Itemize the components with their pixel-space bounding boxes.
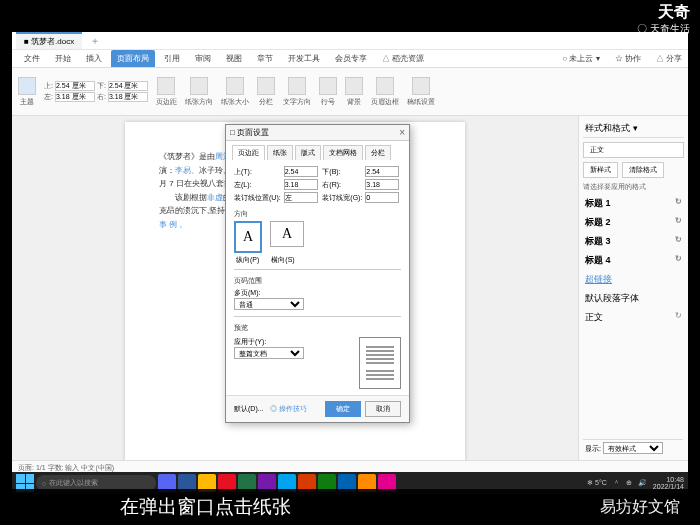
style-hyperlink[interactable]: 超链接 [583, 270, 684, 289]
tab-page-layout[interactable]: 页面布局 [111, 50, 155, 67]
dlg-margin-top[interactable] [284, 166, 318, 177]
theme-icon [18, 77, 36, 95]
orientation-icon [190, 77, 208, 95]
dlg-tab-grid[interactable]: 文档网格 [323, 145, 363, 160]
collab-button[interactable]: ☆ 协作 [609, 50, 647, 67]
style-heading2[interactable]: 标题 2↻ [583, 213, 684, 232]
style-section-label: 请选择要应用的格式 [583, 182, 684, 192]
style-default-font[interactable]: 默认段落字体 [583, 289, 684, 308]
new-tab-button[interactable]: ＋ [84, 32, 106, 50]
margin-right-input[interactable] [108, 92, 148, 102]
orientation-landscape[interactable]: A [270, 221, 304, 247]
body-style-preview[interactable]: 正文 [583, 142, 684, 158]
text-direction-icon [288, 77, 306, 95]
columns-button[interactable]: 分栏 [257, 77, 275, 107]
network-icon[interactable]: ⊕ [626, 479, 632, 487]
volume-icon[interactable]: 🔊 [638, 479, 647, 487]
tab-chapter[interactable]: 章节 [251, 50, 279, 67]
dlg-gutter-width[interactable] [365, 192, 399, 203]
page-border-icon [376, 77, 394, 95]
refresh-icon[interactable]: ↻ [675, 235, 682, 248]
dlg-margin-bottom[interactable] [365, 166, 399, 177]
dialog-titlebar[interactable]: □ 页面设置 × [226, 125, 409, 141]
video-caption: 在弹出窗口点击纸张 易坊好文馆 [0, 489, 700, 525]
tab-home[interactable]: 开始 [49, 50, 77, 67]
background-icon [345, 77, 363, 95]
show-filter-select[interactable]: 有效样式 [603, 442, 663, 454]
weather-widget[interactable]: ❄ 5°C [587, 479, 607, 487]
manuscript-button[interactable]: 稿纸设置 [407, 77, 435, 107]
refresh-icon[interactable]: ↻ [675, 311, 682, 324]
caption-brand: 易坊好文馆 [600, 497, 680, 518]
paper-size-button[interactable]: 纸张大小 [221, 77, 249, 107]
margins-icon [157, 77, 175, 95]
tips-link[interactable]: ◎ 操作技巧 [270, 404, 307, 414]
manuscript-icon [412, 77, 430, 95]
style-heading4[interactable]: 标题 4↻ [583, 251, 684, 270]
dlg-tab-margins[interactable]: 页边距 [232, 145, 265, 160]
clock-time[interactable]: 10:48 [653, 476, 684, 483]
margin-top-input[interactable] [55, 81, 95, 91]
dlg-tab-columns[interactable]: 分栏 [365, 145, 391, 160]
columns-icon [257, 77, 275, 95]
refresh-icon[interactable]: ↻ [675, 254, 682, 267]
document-tab[interactable]: ■ 筑梦者.docx [16, 32, 82, 49]
system-tray[interactable]: ❄ 5°C ＾ ⊕ 🔊 10:48 2022/1/14 [587, 476, 684, 490]
tab-references[interactable]: 引用 [158, 50, 186, 67]
preview-label: 预览 [234, 323, 401, 333]
dialog-title: □ 页面设置 [230, 127, 269, 138]
apply-to-select[interactable]: 整篇文档 [234, 347, 304, 359]
watermark-main: 天奇 [658, 2, 690, 23]
multipage-select[interactable]: 普通 [234, 298, 304, 310]
show-label: 显示: [585, 445, 601, 452]
ribbon-toolbar: 主题 上:下: 左:右: 页边距 纸张方向 纸张大小 分栏 文字方向 行号 背景… [12, 68, 688, 116]
tab-file[interactable]: 文件 [18, 50, 46, 67]
tab-view[interactable]: 视图 [220, 50, 248, 67]
dlg-margin-right[interactable] [365, 179, 399, 190]
page-setup-dialog: □ 页面设置 × 页边距 纸张 版式 文档网格 分栏 上(T): 下(B): 左… [225, 124, 410, 423]
tab-insert[interactable]: 插入 [80, 50, 108, 67]
tray-chevron-icon[interactable]: ＾ [613, 478, 620, 488]
tab-review[interactable]: 审阅 [189, 50, 217, 67]
dialog-footer: 默认(D)... ◎ 操作技巧 确定 取消 [226, 395, 409, 422]
ribbon-tabs: 文件 开始 插入 页面布局 引用 审阅 视图 章节 开发工具 会员专享 △ 稻壳… [12, 50, 688, 68]
style-body[interactable]: 正文↻ [583, 308, 684, 327]
dlg-margin-left[interactable] [284, 179, 318, 190]
orientation-portrait[interactable]: A [234, 221, 262, 253]
dlg-tab-layout[interactable]: 版式 [295, 145, 321, 160]
dlg-gutter-pos[interactable] [284, 192, 318, 203]
close-icon[interactable]: × [399, 127, 405, 138]
line-numbers-button[interactable]: 行号 [319, 77, 337, 107]
search-icon: ○ [42, 480, 46, 487]
margin-quick-inputs: 上:下: 左:右: [44, 81, 148, 102]
background-button[interactable]: 背景 [345, 77, 363, 107]
orientation-label: 方向 [234, 209, 401, 219]
refresh-icon[interactable]: ↻ [675, 197, 682, 210]
orientation-button[interactable]: 纸张方向 [185, 77, 213, 107]
page-preview [359, 337, 401, 389]
default-button[interactable]: 默认(D)... [234, 404, 264, 414]
refresh-icon[interactable]: ↻ [675, 216, 682, 229]
clear-format-button[interactable]: 清除格式 [622, 162, 664, 178]
panel-title: 样式和格式 ▾ [583, 120, 684, 138]
window-titlebar: ■ 筑梦者.docx ＋ [12, 32, 688, 50]
margins-button[interactable]: 页边距 [156, 77, 177, 107]
cloud-status[interactable]: ○ 未上云 ▾ [556, 50, 605, 67]
cancel-button[interactable]: 取消 [365, 401, 401, 417]
tab-member[interactable]: 会员专享 [329, 50, 373, 67]
paper-size-icon [226, 77, 244, 95]
dlg-tab-paper[interactable]: 纸张 [267, 145, 293, 160]
new-style-button[interactable]: 新样式 [583, 162, 618, 178]
ok-button[interactable]: 确定 [325, 401, 361, 417]
style-heading1[interactable]: 标题 1↻ [583, 194, 684, 213]
share-button[interactable]: △ 分享 [650, 50, 688, 67]
theme-group[interactable]: 主题 [18, 77, 36, 107]
text-direction-button[interactable]: 文字方向 [283, 77, 311, 107]
tab-developer[interactable]: 开发工具 [282, 50, 326, 67]
style-heading3[interactable]: 标题 3↻ [583, 232, 684, 251]
tab-resources[interactable]: △ 稻壳资源 [376, 50, 430, 67]
page-border-button[interactable]: 页眉边框 [371, 77, 399, 107]
margin-left-input[interactable] [55, 92, 95, 102]
pages-label: 页码范围 [234, 276, 401, 286]
margin-bottom-input[interactable] [108, 81, 148, 91]
